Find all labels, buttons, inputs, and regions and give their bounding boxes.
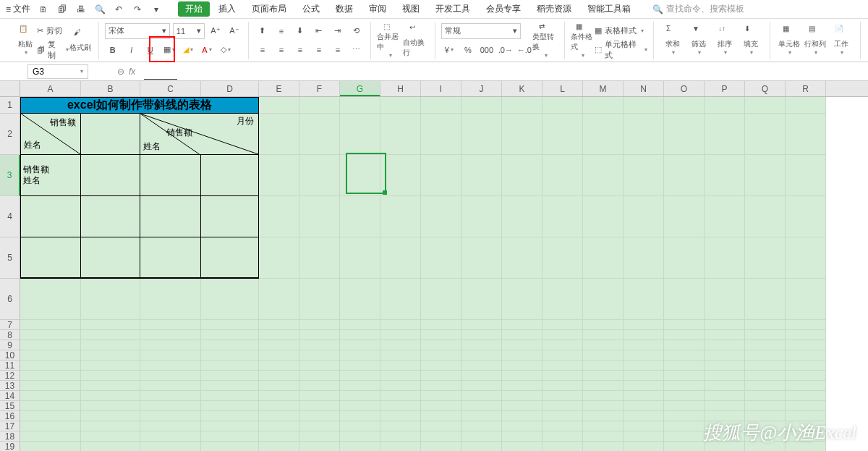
cell-M19[interactable] [583, 442, 624, 451]
cell-A3[interactable]: 销售额姓名 [20, 155, 81, 196]
cell-H10[interactable] [380, 350, 421, 361]
cell-D11[interactable] [201, 361, 259, 371]
align-middle-icon[interactable]: ≡ [273, 23, 289, 39]
cell-E9[interactable] [259, 340, 299, 350]
cell-I5[interactable] [421, 237, 461, 279]
cell-K18[interactable] [502, 431, 542, 442]
cell-N15[interactable] [624, 401, 664, 411]
cell-K2[interactable] [502, 114, 542, 155]
cell-I9[interactable] [421, 340, 461, 350]
cell-R5[interactable] [786, 237, 826, 279]
cell-P7[interactable] [705, 320, 745, 330]
cell-D7[interactable] [201, 320, 259, 330]
cell-M4[interactable] [583, 196, 624, 237]
cell-G13[interactable] [340, 381, 380, 391]
row-header-12[interactable]: 12 [0, 371, 20, 381]
cell-N9[interactable] [624, 340, 664, 350]
row-header-5[interactable]: 5 [0, 237, 20, 279]
cell-E16[interactable] [259, 411, 299, 421]
cell-F16[interactable] [299, 411, 340, 421]
cell-M2[interactable] [583, 114, 624, 155]
cell-C17[interactable] [140, 421, 201, 431]
orient-icon[interactable]: ⟲ [349, 23, 365, 39]
cell-G12[interactable] [340, 371, 380, 381]
cell-R15[interactable] [786, 401, 826, 411]
cell-L13[interactable] [542, 381, 583, 391]
cell-C15[interactable] [140, 401, 201, 411]
justify-icon[interactable]: ≡ [311, 42, 327, 58]
cell-P3[interactable] [705, 155, 745, 196]
cell-F15[interactable] [299, 401, 340, 411]
cell-I1[interactable] [421, 97, 461, 114]
cell-D17[interactable] [201, 421, 259, 431]
border-button[interactable]: ▦ [161, 42, 177, 58]
row-header-8[interactable]: 8 [0, 330, 20, 340]
cell-N13[interactable] [624, 381, 664, 391]
cell-R9[interactable] [786, 340, 826, 350]
cell-A7[interactable] [20, 320, 81, 330]
cell-D19[interactable] [201, 442, 259, 451]
cell-H11[interactable] [380, 361, 421, 371]
cell-H7[interactable] [380, 320, 421, 330]
sum-button[interactable]: Σ求和 [660, 23, 686, 58]
cell-O1[interactable] [664, 97, 705, 114]
cell-N5[interactable] [624, 237, 664, 279]
row-header-16[interactable]: 16 [0, 411, 20, 421]
cell-I18[interactable] [421, 431, 461, 442]
preview-icon[interactable]: 🔍 [93, 2, 107, 17]
cell-E13[interactable] [259, 381, 299, 391]
cell-H9[interactable] [380, 340, 421, 350]
cell-P11[interactable] [705, 361, 745, 371]
cell-A2[interactable]: 销售额姓名 [20, 114, 81, 155]
cell-F17[interactable] [299, 421, 340, 431]
dropdown-icon[interactable]: ▾ [149, 2, 163, 17]
fill-button[interactable]: ⬇填充 [738, 23, 764, 58]
cell-K15[interactable] [502, 401, 542, 411]
cell-Q10[interactable] [745, 350, 786, 361]
cell-Q5[interactable] [745, 237, 786, 279]
format-painter-button[interactable]: 🖌 格式刷 [69, 23, 93, 58]
cell-I7[interactable] [421, 320, 461, 330]
cell-Q13[interactable] [745, 381, 786, 391]
cell-F3[interactable] [299, 155, 340, 196]
cell-K16[interactable] [502, 411, 542, 421]
cell-M8[interactable] [583, 330, 624, 340]
cell-J18[interactable] [461, 431, 502, 442]
cell-R12[interactable] [786, 371, 826, 381]
cell-K5[interactable] [502, 237, 542, 279]
cell-N2[interactable] [624, 114, 664, 155]
cell-M5[interactable] [583, 237, 624, 279]
cell-B10[interactable] [81, 350, 140, 361]
col-header-P[interactable]: P [705, 81, 745, 96]
cell-C4[interactable] [140, 196, 201, 237]
cell-N19[interactable] [624, 442, 664, 451]
cell-O12[interactable] [664, 371, 705, 381]
cell-N17[interactable] [624, 421, 664, 431]
cell-D14[interactable] [201, 391, 259, 401]
cell-B11[interactable] [81, 361, 140, 371]
row-header-11[interactable]: 11 [0, 361, 20, 371]
cell-M13[interactable] [583, 381, 624, 391]
merge-button[interactable]: ⬚合并居中 [377, 23, 403, 58]
cell-E17[interactable] [259, 421, 299, 431]
cell-P15[interactable] [705, 401, 745, 411]
sheet-button[interactable]: 📄工作 [828, 23, 854, 58]
cell-O3[interactable] [664, 155, 705, 196]
cell-B3[interactable] [81, 155, 140, 196]
cell-D16[interactable] [201, 411, 259, 421]
align-left-icon[interactable]: ≡ [255, 42, 271, 58]
tab-smart[interactable]: 智能工具箱 [580, 1, 638, 17]
col-header-O[interactable]: O [664, 81, 705, 96]
cell-A5[interactable] [20, 237, 81, 279]
row-header-3[interactable]: 3 [0, 155, 20, 196]
cell-D18[interactable] [201, 431, 259, 442]
cell-O19[interactable] [664, 442, 705, 451]
cell-C6[interactable] [140, 279, 201, 320]
save-as-icon[interactable]: 🗐 [55, 2, 69, 17]
cell-J16[interactable] [461, 411, 502, 421]
cell-O10[interactable] [664, 350, 705, 361]
cell-I17[interactable] [421, 421, 461, 431]
cell-R3[interactable] [786, 155, 826, 196]
cell-F12[interactable] [299, 371, 340, 381]
cell-I19[interactable] [421, 442, 461, 451]
